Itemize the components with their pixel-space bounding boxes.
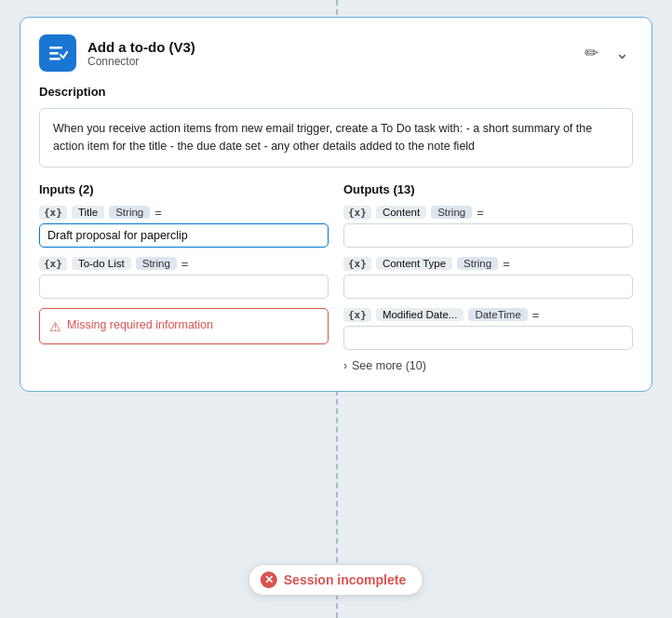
edit-icon: ✏: [585, 44, 598, 62]
field-tag-row-modified-date: {x} Modified Date... DateTime =: [343, 308, 633, 322]
inputs-column: Inputs (2) {x} Title String = {x} To-: [39, 182, 329, 372]
svg-rect-2: [49, 58, 60, 60]
tag-icon-modified-date: {x}: [343, 308, 371, 322]
header-titles: Add a to-do (V3) Connector: [87, 39, 195, 68]
header-actions: ✏ ⌄: [581, 41, 633, 65]
equals-todo: =: [181, 257, 189, 271]
description-label: Description: [39, 85, 633, 99]
field-tag-row-todo: {x} To-do List String =: [39, 257, 329, 271]
chevron-down-icon: ⌄: [615, 44, 629, 62]
session-text: Session incomplete: [284, 572, 406, 587]
tag-icon-content-type: {x}: [343, 257, 371, 271]
modified-date-output[interactable]: [343, 326, 633, 350]
tag-name-content-type: Content Type: [376, 257, 452, 270]
equals-content-type: =: [503, 257, 510, 271]
page-wrapper: Add a to-do (V3) Connector ✏ ⌄ Descripti…: [0, 0, 672, 618]
card-header: Add a to-do (V3) Connector ✏ ⌄: [39, 34, 633, 72]
equals-content: =: [477, 206, 484, 220]
collapse-button[interactable]: ⌄: [612, 41, 633, 65]
session-badge: ✕ Session incomplete: [249, 564, 423, 596]
error-text: Missing required information: [67, 318, 213, 331]
tag-type-todo: String: [136, 257, 177, 270]
inputs-section-title: Inputs (2): [39, 182, 329, 196]
content-output[interactable]: [343, 223, 633, 248]
output-field-content: {x} Content String =: [343, 206, 633, 248]
tag-type-title: String: [109, 206, 150, 219]
tag-name-content: Content: [376, 206, 426, 219]
field-tag-row-title: {x} Title String =: [39, 206, 329, 220]
session-error-icon: ✕: [261, 571, 277, 588]
svg-rect-1: [49, 52, 59, 55]
todo-input[interactable]: [39, 275, 329, 299]
outputs-column: Outputs (13) {x} Content String = {x}: [343, 182, 633, 372]
error-triangle-icon: ⚠: [49, 319, 61, 334]
see-more-label: See more (10): [352, 359, 426, 372]
tag-icon-todo: {x}: [39, 257, 67, 271]
outputs-section-title: Outputs (13): [343, 182, 633, 196]
svg-rect-0: [49, 47, 62, 49]
tag-type-content-type: String: [457, 257, 498, 270]
equals-modified-date: =: [532, 308, 540, 322]
output-field-content-type: {x} Content Type String =: [343, 257, 633, 299]
tag-type-content: String: [431, 206, 472, 219]
error-message: ⚠ Missing required information: [39, 308, 329, 344]
output-field-modified-date: {x} Modified Date... DateTime =: [343, 308, 633, 350]
equals-title: =: [155, 206, 162, 220]
field-tag-row-content: {x} Content String =: [343, 206, 633, 220]
chevron-right-icon: ›: [343, 359, 347, 372]
input-field-title: {x} Title String =: [39, 206, 329, 248]
card-title: Add a to-do (V3): [87, 39, 195, 55]
description-box: When you receive action items from new e…: [39, 108, 633, 168]
tag-icon-title: {x}: [39, 206, 67, 220]
card-subtitle: Connector: [87, 55, 195, 68]
tag-name-todo: To-do List: [72, 257, 131, 270]
see-more-button[interactable]: › See more (10): [343, 359, 633, 372]
tag-icon-content: {x}: [343, 206, 371, 220]
field-tag-row-content-type: {x} Content Type String =: [343, 257, 633, 271]
input-field-todo: {x} To-do List String =: [39, 257, 329, 299]
title-input[interactable]: [39, 223, 329, 248]
tag-type-modified-date: DateTime: [468, 308, 527, 321]
connector-icon: [39, 34, 76, 72]
tag-name-modified-date: Modified Date...: [376, 308, 464, 321]
content-type-output[interactable]: [343, 275, 633, 299]
edit-button[interactable]: ✏: [581, 41, 602, 65]
io-row: Inputs (2) {x} Title String = {x} To-: [39, 182, 633, 372]
tag-name-title: Title: [72, 206, 104, 219]
header-left: Add a to-do (V3) Connector: [39, 34, 195, 72]
card: Add a to-do (V3) Connector ✏ ⌄ Descripti…: [20, 17, 652, 392]
